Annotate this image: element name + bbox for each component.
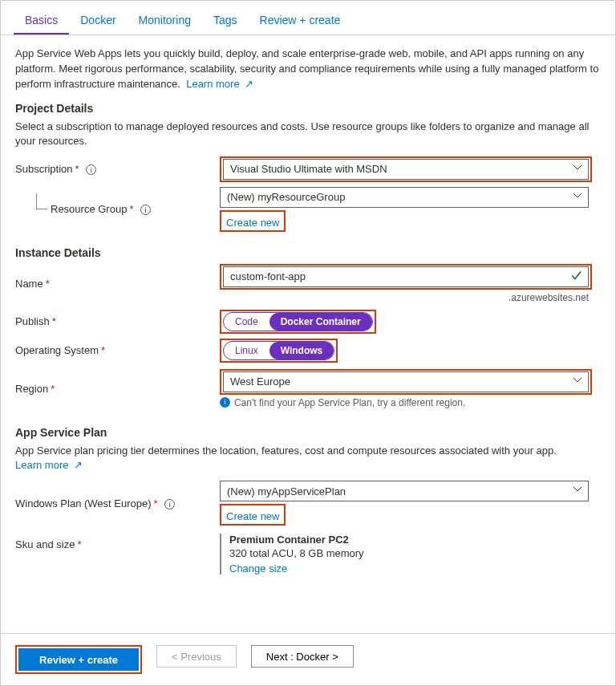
next-docker-button[interactable]: Next : Docker > [251,645,354,668]
chevron-down-icon [573,487,582,495]
chevron-down-icon [573,378,582,386]
info-icon[interactable]: i [140,205,151,215]
publish-option-docker[interactable]: Docker Container [270,313,372,331]
region-select[interactable]: West Europe [223,371,589,392]
intro-text: App Service Web Apps lets you quickly bu… [15,47,601,92]
app-service-plan-heading: App Service Plan [15,426,601,439]
change-size-link[interactable]: Change size [229,562,287,574]
tab-basics[interactable]: Basics [14,6,69,35]
plan-desc: App Service plan pricing tier determines… [15,444,601,473]
info-icon: i [220,397,230,408]
footer-actions: Review + create < Previous Next : Docker… [1,633,615,685]
name-label: Name* [15,273,220,294]
resource-group-label: Resource Group* i [15,198,220,220]
os-label: Operating System* [15,339,220,361]
name-suffix: .azurewebsites.net [220,292,589,303]
instance-details-heading: Instance Details [15,246,601,259]
external-link-icon: ↗ [74,459,83,471]
info-icon[interactable]: i [86,164,96,175]
review-create-button[interactable]: Review + create [18,648,139,671]
chevron-down-icon [573,165,582,173]
publish-toggle: Code Docker Container [223,312,373,331]
windows-plan-select[interactable]: (New) myAppServicePlan [220,481,589,501]
tab-docker[interactable]: Docker [69,6,127,35]
learn-more-link[interactable]: Learn more ↗ [186,78,253,90]
info-icon[interactable]: i [164,499,175,509]
rg-create-new-link[interactable]: Create new [223,216,282,229]
os-option-windows[interactable]: Windows [270,342,334,359]
os-option-linux[interactable]: Linux [224,342,270,359]
previous-button: < Previous [156,645,237,668]
external-link-icon: ↗ [245,78,253,90]
plan-learn-more-link[interactable]: Learn more ↗ [15,459,83,471]
publish-option-code[interactable]: Code [224,313,270,331]
subscription-select[interactable]: Visual Studio Ultimate with MSDN [223,159,589,180]
plan-create-new-link[interactable]: Create new [223,509,282,523]
windows-plan-label: Windows Plan (West Europe)* i [15,493,220,514]
subscription-label: Subscription* i [15,158,220,180]
sku-label: Sku and size* [15,534,220,555]
resource-group-select[interactable]: (New) myResourceGroup [220,187,589,208]
region-hint: i Can't find your App Service Plan, try … [220,397,601,408]
check-icon [570,270,582,283]
sku-name: Premium Container PC2 [229,534,601,546]
app-name-input[interactable]: custom-font-app [223,266,589,287]
sku-desc: 320 total ACU, 8 GB memory [229,547,601,559]
project-details-heading: Project Details [15,102,601,115]
project-details-desc: Select a subscription to manage deployed… [15,120,601,148]
sku-block: Premium Container PC2 320 total ACU, 8 G… [220,534,601,574]
os-toggle: Linux Windows [223,341,334,360]
tab-bar: Basics Docker Monitoring Tags Review + c… [1,6,615,35]
tab-monitoring[interactable]: Monitoring [128,6,202,35]
tab-review-create[interactable]: Review + create [249,6,352,35]
chevron-down-icon [573,193,582,201]
region-label: Region* [15,378,220,400]
tab-tags[interactable]: Tags [202,6,249,35]
publish-label: Publish* [15,311,220,332]
